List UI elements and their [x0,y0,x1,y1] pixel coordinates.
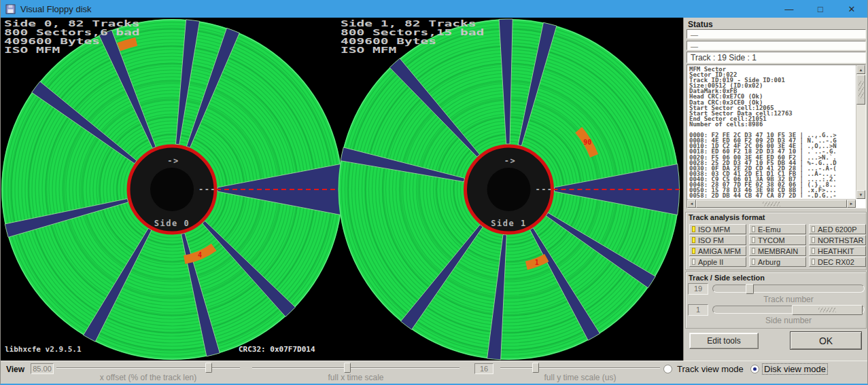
app-window: Visual Floppy disk — □ ✕ 4->---Side 0901… [0,0,868,385]
format-led-off [812,259,815,265]
track-view-mode-label: Track view mode [676,364,745,374]
format-led-off [692,259,695,265]
crc32-label: CRC32: 0x07F7D014 [239,345,315,354]
rotation-arrow-label: -> [504,156,516,166]
format-led-on [692,226,695,232]
horizontal-scroll-thumb[interactable] [696,200,847,208]
y-scale-slider-thumb[interactable] [532,363,539,373]
sector-marker-label: 1 [535,259,539,266]
disk-visualization[interactable]: 4->---Side 0901->---Side 1 [1,18,683,361]
thumb-grip [763,202,780,206]
x-offset-value-field[interactable]: 85.00 [31,363,54,374]
format-button-label: DEC RX02 [818,258,854,266]
index-dashes-label: --- [535,185,553,194]
format-button-label: TYCOM [758,236,785,244]
format-button-label: MEMBRAIN [758,247,798,255]
track-analysis-format-group: Track analysis format ISO MFME-EmuAED 62… [685,212,867,270]
format-button-heathkit[interactable]: HEATHKIT [809,246,866,256]
format-button-aed-6200p[interactable]: AED 6200P [809,224,866,234]
close-button[interactable]: ✕ [836,0,867,18]
x-offset-slider[interactable] [56,367,240,369]
vertical-scroll-thumb[interactable] [856,75,865,105]
track-view-mode-radio[interactable]: Track view mode [663,364,745,374]
view-bar: View 85.00 x offset (% of the track len)… [1,361,867,384]
disk-view-mode-radio[interactable]: Disk view mode [750,364,827,374]
format-led-on [692,248,695,254]
disk-side-label: Side 1 [491,219,526,228]
disk-side-0[interactable]: 4->---Side 0 [1,19,343,360]
format-led-off [812,226,815,232]
format-led-off [752,226,755,232]
disk-side-1[interactable]: 901->---Side 1 [338,19,680,360]
thumb-grip [818,308,836,312]
format-button-label: AMIGA MFM [698,247,741,255]
disk-side-label: Side 0 [154,219,190,228]
track-number-caption: Track number [712,295,865,304]
format-led-off [752,248,755,254]
side-number-value[interactable]: 1 [688,304,708,316]
x-scale-slider[interactable] [252,367,459,369]
format-button-northstar[interactable]: NORTHSTAR [809,235,866,245]
track-slider-thumb[interactable] [746,284,754,294]
track-number-value[interactable]: 19 [688,283,708,295]
x-offset-slider-thumb[interactable] [205,363,212,373]
format-button-label: Apple II [698,258,723,266]
x-scale-slider-thumb[interactable] [344,363,351,373]
format-led-off [812,248,815,254]
track-number-slider[interactable] [712,285,865,293]
format-led-off [752,259,755,265]
side-slider-thumb[interactable] [792,305,863,315]
status-field-1[interactable]: — [687,29,866,39]
view-label: View [6,365,24,374]
format-button-iso-fm[interactable]: ISO FM [689,235,746,245]
disk-view-mode-label: Disk view mode [763,364,827,374]
window-controls: — □ ✕ [774,0,867,18]
horizontal-scrollbar[interactable]: ◄ ► [687,199,856,208]
format-button-label: Arburg [758,258,780,266]
scroll-right-icon[interactable]: ► [847,200,856,208]
format-button-label: ISO MFM [698,225,730,234]
sidebar: Status — — Track : 19 Side : 1 MFM Secto… [683,18,867,361]
scroll-up-icon[interactable]: ▲ [856,65,865,74]
format-button-e-emu[interactable]: E-Emu [749,224,806,234]
x-offset-caption: x offset (% of the track len) [56,373,240,382]
format-button-tycom[interactable]: TYCOM [749,235,806,245]
format-button-dec-rx02[interactable]: DEC RX02 [809,257,866,267]
sector-info-box[interactable]: MFM Sector Sector ID:022 Track ID:019 - … [687,65,866,208]
y-scale-value-field[interactable]: 16 [474,363,493,374]
format-button-arburg[interactable]: Arburg [749,257,806,267]
x-scale-caption: full x time scale [252,373,459,382]
side-number-caption: Side number [712,316,865,325]
format-button-amiga-mfm[interactable]: AMIGA MFM [689,246,746,256]
window-title: Visual Floppy disk [20,4,92,14]
format-led-off [752,237,755,243]
side-number-slider[interactable] [712,306,865,314]
track-side-status-field[interactable]: Track : 19 Side : 1 [687,52,866,63]
status-field-2[interactable]: — [687,41,866,50]
vertical-scrollbar[interactable]: ▲ ▼ [856,65,865,199]
disk-canvas[interactable]: 4->---Side 0901->---Side 1 Side 0, 82 Tr… [1,18,683,361]
format-button-label: E-Emu [758,225,781,234]
format-button-iso-mfm[interactable]: ISO MFM [689,224,746,234]
ok-button[interactable]: OK [790,331,862,350]
format-led-off [812,237,815,243]
radio-circle-icon [750,365,759,373]
radio-circle-icon [663,365,672,373]
y-scale-slider[interactable] [500,367,660,369]
scroll-down-icon[interactable]: ▼ [856,190,865,199]
format-button-apple-ii[interactable]: Apple II [689,257,746,267]
sector-dump-text: MFM Sector Sector ID:022 Track ID:019 - … [689,67,854,198]
y-scale-caption: full y time scale (us) [500,373,660,382]
status-label: Status [688,20,713,29]
index-dashes-label: --- [198,185,216,194]
edit-tools-button[interactable]: Edit tools [689,333,759,349]
disk1-info-text: Side 1, 82 Tracks 800 Sectors,15 bad 409… [341,19,484,54]
titlebar: Visual Floppy disk — □ ✕ [1,0,867,18]
minimize-button[interactable]: — [774,0,805,18]
thumb-grip [858,81,864,98]
scroll-left-icon[interactable]: ◄ [687,200,696,208]
maximize-button[interactable]: □ [805,0,836,18]
format-button-label: NORTHSTAR [818,236,863,244]
format-button-label: AED 6200P [818,225,856,234]
format-button-membrain[interactable]: MEMBRAIN [749,246,806,256]
